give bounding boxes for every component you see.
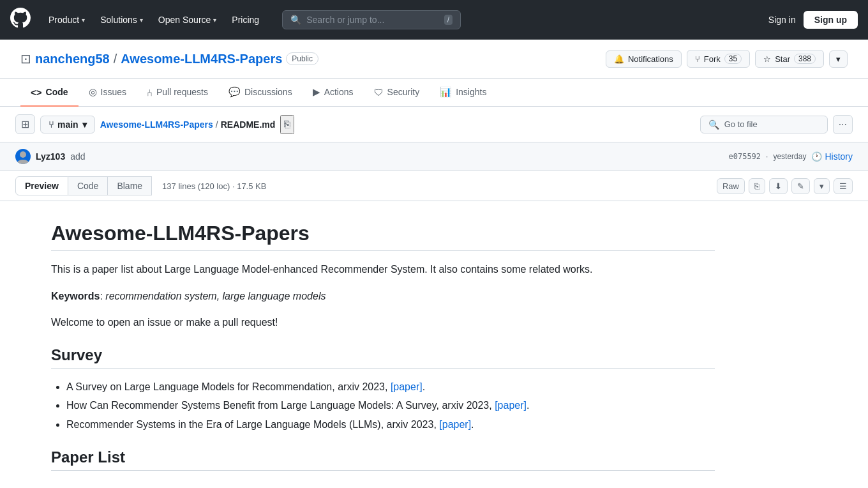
chevron-down-icon: ▾ — [213, 17, 216, 24]
sign-in-button[interactable]: Sign in — [768, 15, 796, 25]
tab-issues[interactable]: ◎ Issues — [79, 79, 137, 107]
commit-author[interactable]: Lyz103 — [36, 151, 65, 162]
play-icon: ▶ — [313, 86, 320, 98]
tab-pull-requests[interactable]: ⑃ Pull requests — [137, 79, 218, 107]
nav-product[interactable]: Product ▾ — [46, 12, 87, 27]
svg-point-1 — [17, 160, 29, 164]
star-icon: ☆ — [763, 54, 771, 64]
comment-icon: 💬 — [228, 86, 241, 98]
raw-button[interactable]: Raw — [717, 178, 745, 194]
git-pull-request-icon: ⑃ — [147, 87, 153, 98]
history-button[interactable]: 🕐 History — [811, 151, 853, 162]
nav-pricing[interactable]: Pricing — [229, 12, 262, 27]
top-nav: Product ▾ Solutions ▾ Open Source ▾ Pric… — [0, 0, 868, 40]
avatar — [15, 149, 31, 164]
list-item: Recommender Systems in the Era of Large … — [66, 416, 715, 433]
download-button[interactable]: ⬇ — [769, 178, 788, 194]
fork-button[interactable]: ⑂ Fork 35 — [687, 50, 750, 68]
paper-link-1[interactable]: [paper] — [391, 381, 423, 392]
repo-owner-link[interactable]: nancheng58 — [35, 52, 110, 66]
git-branch-icon: ⑂ — [49, 119, 54, 130]
tab-blame[interactable]: Blame — [108, 176, 152, 195]
code-actions: Raw ⎘ ⬇ ✎ ▾ ☰ — [717, 178, 853, 194]
tab-preview[interactable]: Preview — [15, 176, 68, 195]
nav-right: Sign in Sign up — [768, 11, 858, 29]
readme-keywords: Keywords: recommendation system, large l… — [51, 288, 715, 305]
sidebar-toggle-button[interactable]: ⊞ — [15, 114, 35, 134]
paper-list-heading: Paper List — [51, 448, 715, 471]
star-button[interactable]: ☆ Star 388 — [755, 50, 824, 68]
search-bar[interactable]: 🔍 Search or jump to... / — [282, 10, 461, 29]
list-item: A Survey on Large Language Models for Re… — [66, 379, 715, 395]
circle-dot-icon: ◎ — [89, 86, 97, 98]
readme-content: Awesome-LLM4RS-Papers This is a paper li… — [0, 201, 766, 488]
tab-security[interactable]: 🛡 Security — [364, 79, 430, 107]
repo-header: ⊡ nancheng58 / Awesome-LLM4RS-Papers Pub… — [0, 40, 868, 79]
repo-actions: 🔔 Notifications ⑂ Fork 35 ☆ Star 388 ▾ — [606, 50, 848, 68]
outline-button[interactable]: ☰ — [834, 178, 853, 194]
chevron-down-icon: ▾ — [82, 119, 87, 130]
readme-welcome: Welcome to open an issue or make a pull … — [51, 314, 715, 331]
file-toolbar: ⊞ ⑂ main ▾ Awesome-LLM4RS-Papers / READM… — [0, 107, 868, 142]
file-info: 137 lines (120 loc) · 17.5 KB — [162, 181, 266, 191]
tab-code-view[interactable]: Code — [68, 176, 108, 195]
search-kbd: / — [444, 15, 453, 25]
keywords-label: Keywords — [51, 291, 100, 301]
github-logo[interactable] — [10, 8, 31, 32]
repo-path: ⊡ nancheng58 / Awesome-LLM4RS-Papers Pub… — [20, 51, 318, 66]
breadcrumb: Awesome-LLM4RS-Papers / README.md — [100, 119, 276, 130]
sign-up-button[interactable]: Sign up — [804, 11, 858, 29]
nav-open-source[interactable]: Open Source ▾ — [156, 12, 220, 27]
search-icon: 🔍 — [708, 119, 719, 130]
tab-code[interactable]: <> Code — [20, 79, 79, 107]
edit-button[interactable]: ✎ — [791, 178, 810, 194]
readme-title: Awesome-LLM4RS-Papers — [51, 222, 715, 251]
graph-icon: 📊 — [440, 86, 452, 98]
more-options-button[interactable]: ··· — [833, 115, 853, 134]
search-icon: 🔍 — [290, 15, 301, 25]
copy-raw-button[interactable]: ⎘ — [749, 178, 765, 194]
commit-time: yesterday — [773, 152, 806, 161]
commit-hash: e075592 — [728, 152, 761, 161]
commit-message: add — [70, 151, 85, 162]
breadcrumb-repo-link[interactable]: Awesome-LLM4RS-Papers — [100, 119, 213, 130]
fork-icon: ⑂ — [695, 54, 700, 64]
go-to-file-input[interactable]: 🔍 Go to file — [700, 116, 828, 133]
shield-icon: 🛡 — [374, 87, 384, 98]
commit-meta: e075592 · yesterday 🕐 History — [728, 151, 853, 162]
keywords-value: recommendation system, large language mo… — [105, 291, 326, 301]
commit-row: Lyz103 add e075592 · yesterday 🕐 History — [0, 142, 868, 171]
more-file-options-button[interactable]: ▾ — [814, 178, 830, 194]
chevron-down-icon: ▾ — [82, 17, 85, 24]
visibility-badge: Public — [286, 52, 318, 65]
list-item: How Can Recommender Systems Benefit from… — [66, 397, 715, 414]
breadcrumb-current-file: README.md — [221, 119, 276, 130]
repo-name-link[interactable]: Awesome-LLM4RS-Papers — [121, 52, 282, 66]
add-star-button[interactable]: ▾ — [829, 50, 848, 68]
survey-heading: Survey — [51, 346, 715, 369]
history-icon: 🕐 — [811, 151, 822, 162]
paper-link-3[interactable]: [paper] — [439, 419, 471, 430]
copy-path-button[interactable]: ⎘ — [280, 115, 294, 134]
fork-count: 35 — [724, 54, 742, 64]
readme-intro: This is a paper list about Large Languag… — [51, 261, 715, 278]
nav-solutions[interactable]: Solutions ▾ — [98, 12, 146, 27]
star-count: 388 — [794, 54, 816, 64]
bell-icon: 🔔 — [614, 54, 624, 64]
notifications-button[interactable]: 🔔 Notifications — [606, 50, 682, 68]
repo-icon: ⊡ — [20, 51, 31, 66]
tab-actions[interactable]: ▶ Actions — [303, 79, 364, 107]
survey-list: A Survey on Large Language Models for Re… — [51, 379, 715, 433]
tab-discussions[interactable]: 💬 Discussions — [218, 79, 303, 107]
tab-insights[interactable]: 📊 Insights — [430, 79, 497, 107]
chevron-down-icon: ▾ — [140, 17, 143, 24]
paper-link-2[interactable]: [paper] — [495, 400, 527, 411]
tab-nav: <> Code ◎ Issues ⑃ Pull requests 💬 Discu… — [0, 79, 868, 107]
code-icon: <> — [31, 87, 42, 98]
code-view-tabs: Preview Code Blame 137 lines (120 loc) ·… — [0, 171, 868, 201]
branch-selector[interactable]: ⑂ main ▾ — [40, 116, 95, 133]
svg-point-0 — [20, 151, 26, 158]
